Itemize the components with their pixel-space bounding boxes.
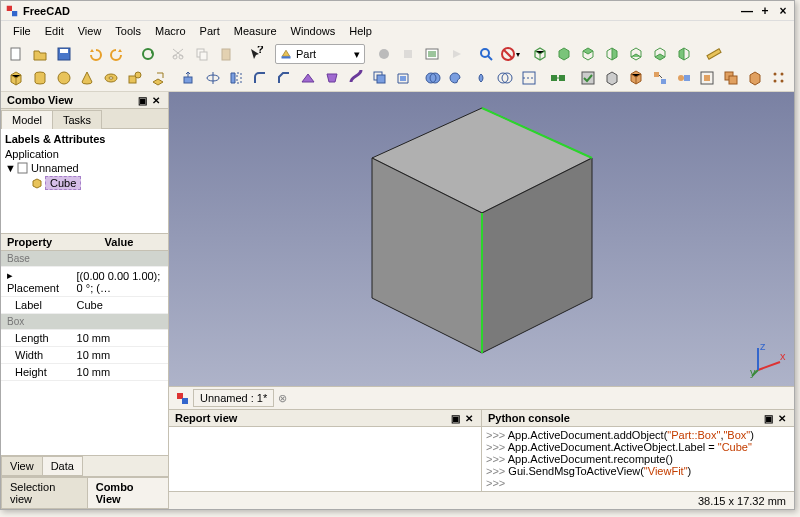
prop-row-width[interactable]: Width10 mm [1,347,168,364]
compound-make-icon[interactable] [547,67,569,89]
menu-part[interactable]: Part [194,23,226,39]
part-cylinder-icon[interactable] [29,67,51,89]
prop-row-length[interactable]: Length10 mm [1,330,168,347]
measure-icon[interactable] [703,43,725,65]
view-iso-icon[interactable] [529,43,551,65]
tab-data[interactable]: Data [42,456,83,476]
part-cone-icon[interactable] [77,67,99,89]
minimize-button[interactable]: — [740,4,754,18]
svg-rect-14 [404,50,412,58]
report-float-button[interactable]: ▣ [449,412,461,424]
macro-stop-icon[interactable] [397,43,419,65]
menu-macro[interactable]: Macro [149,23,192,39]
part-mirror-icon[interactable] [226,67,248,89]
save-icon[interactable] [53,43,75,65]
report-close-button[interactable]: ✕ [463,412,475,424]
part-ruled-icon[interactable] [297,67,319,89]
part-torus-icon[interactable] [100,67,122,89]
open-icon[interactable] [29,43,51,65]
part-fillet-icon[interactable] [249,67,271,89]
tree-view[interactable]: Labels & Attributes Application ▼ Unname… [1,129,168,234]
svg-text:y: y [750,366,756,378]
view-top-icon[interactable] [577,43,599,65]
tab-view[interactable]: View [1,456,43,476]
view-bottom-icon[interactable] [649,43,671,65]
whatsthis-icon[interactable]: ? [245,43,267,65]
svg-rect-44 [704,75,710,81]
redo-icon[interactable] [107,43,129,65]
svg-point-22 [109,77,113,79]
cut-icon[interactable] [167,43,189,65]
prop-row-height[interactable]: Height10 mm [1,364,168,381]
attachment-icon[interactable] [673,67,695,89]
subshape-icon[interactable] [697,67,719,89]
menu-help[interactable]: Help [343,23,378,39]
prop-row-label[interactable]: LabelCube [1,297,168,314]
draw-style-icon[interactable]: ▾ [499,43,521,65]
part-offset-icon[interactable] [369,67,391,89]
python-close-button[interactable]: ✕ [776,412,788,424]
element-copy-icon[interactable] [720,67,742,89]
paste-icon[interactable] [215,43,237,65]
svg-text:?: ? [257,46,264,55]
tab-tasks[interactable]: Tasks [52,110,102,129]
doc-tab-unnamed[interactable]: Unnamed : 1* [193,389,274,407]
workbench-selector[interactable]: Part ▾ [275,44,365,64]
part-chamfer-icon[interactable] [273,67,295,89]
part-builder-icon[interactable] [148,67,170,89]
macro-list-icon[interactable] [421,43,443,65]
python-float-button[interactable]: ▣ [762,412,774,424]
menu-windows[interactable]: Windows [285,23,342,39]
part-extrude-icon[interactable] [178,67,200,89]
shape-info-icon[interactable] [601,67,623,89]
prop-row-placement[interactable]: ▸ Placement[(0.00 0.00 1.00); 0 °; (… [1,267,168,297]
undo-icon[interactable] [83,43,105,65]
part-box-icon[interactable] [5,67,27,89]
part-sweep-icon[interactable] [345,67,367,89]
view-right-icon[interactable] [601,43,623,65]
view-left-icon[interactable] [673,43,695,65]
check-geometry-icon[interactable] [577,67,599,89]
panel-close-button[interactable]: ✕ [150,94,162,106]
doc-tab-close[interactable]: ⊗ [278,392,287,405]
part-loft-icon[interactable] [321,67,343,89]
panel-float-button[interactable]: ▣ [136,94,148,106]
tab-selection-view[interactable]: Selection view [1,477,88,509]
part-thickness-icon[interactable] [392,67,414,89]
menu-view[interactable]: View [72,23,108,39]
part-primitives-icon[interactable] [124,67,146,89]
boolean-section-icon[interactable] [494,67,516,89]
close-button[interactable]: × [776,4,790,18]
new-icon[interactable] [5,43,27,65]
tree-root[interactable]: Application [5,147,164,161]
3d-viewport[interactable]: x y z [169,92,794,386]
tree-obj-cube[interactable]: Cube [5,175,164,191]
view-front-icon[interactable] [553,43,575,65]
boolean-union-icon[interactable] [422,67,444,89]
points-from-mesh-icon[interactable] [768,67,790,89]
boolean-cut-icon[interactable] [446,67,468,89]
part-sphere-icon[interactable] [53,67,75,89]
macro-record-icon[interactable] [373,43,395,65]
menu-edit[interactable]: Edit [39,23,70,39]
refresh-icon[interactable] [137,43,159,65]
fit-all-icon[interactable] [475,43,497,65]
maximize-button[interactable]: + [758,4,772,18]
view-rear-icon[interactable] [625,43,647,65]
copy-icon[interactable] [191,43,213,65]
menu-measure[interactable]: Measure [228,23,283,39]
menu-file[interactable]: File [7,23,37,39]
convert-icon[interactable] [649,67,671,89]
macro-run-icon[interactable] [445,43,467,65]
python-content[interactable]: >>> App.ActiveDocument.addObject("Part::… [482,427,794,491]
tree-doc[interactable]: ▼ Unnamed [5,161,164,175]
boolean-common-icon[interactable] [470,67,492,89]
report-content[interactable] [169,427,481,491]
tab-model[interactable]: Model [1,110,53,129]
shape-from-mesh-icon[interactable] [744,67,766,89]
menu-tools[interactable]: Tools [109,23,147,39]
boolean-cross-icon[interactable] [518,67,540,89]
part-revolve-icon[interactable] [202,67,224,89]
refine-shape-icon[interactable] [625,67,647,89]
tab-combo-view[interactable]: Combo View [87,477,169,509]
